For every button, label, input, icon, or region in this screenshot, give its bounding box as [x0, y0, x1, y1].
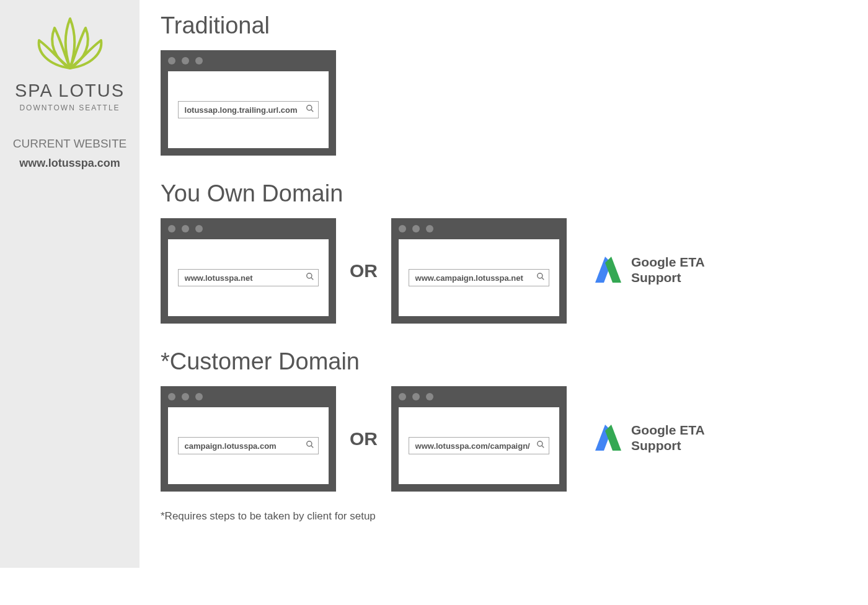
window-dot-icon — [182, 225, 189, 232]
browser-mock-customer-1: campaign.lotusspa.com — [161, 386, 336, 492]
section-traditional: Traditional lotussap.long.trailing.url.c… — [161, 12, 806, 156]
footnote: *Requires steps to be taken by client fo… — [161, 510, 806, 523]
current-website-label: CURRENT WEBSITE — [0, 137, 140, 151]
section-own-domain: You Own Domain www.lotusspa.net — [161, 180, 806, 324]
window-dot-icon — [168, 225, 175, 232]
window-dot-icon — [195, 57, 203, 64]
window-dot-icon — [412, 225, 420, 232]
section-title-traditional: Traditional — [161, 12, 806, 39]
window-dot-icon — [195, 225, 203, 232]
main-content: Traditional lotussap.long.trailing.url.c… — [140, 0, 806, 568]
window-dot-icon — [412, 393, 420, 400]
browser-titlebar — [161, 50, 336, 71]
section-customer-domain: *Customer Domain campaign.lotusspa.com — [161, 348, 806, 523]
window-dot-icon — [182, 57, 189, 64]
or-separator: OR — [350, 260, 378, 281]
adwords-logo-icon — [593, 422, 624, 456]
window-dot-icon — [426, 393, 433, 400]
eta-label: Google ETA Support — [631, 422, 705, 453]
svg-line-3 — [311, 278, 314, 280]
eta-label: Google ETA Support — [631, 254, 705, 285]
browser-viewport: lotussap.long.trailing.url.com — [168, 71, 329, 148]
browser-titlebar — [161, 386, 336, 407]
browser-viewport: www.campaign.lotusspa.net — [399, 239, 559, 316]
section-title-own-domain: You Own Domain — [161, 180, 806, 207]
section-title-customer-domain: *Customer Domain — [161, 348, 806, 375]
eta-line1: Google ETA — [631, 423, 705, 437]
lotus-logo-icon — [0, 12, 140, 77]
search-icon — [306, 272, 314, 283]
brand-subtitle: DOWNTOWN SEATTLE — [0, 104, 140, 112]
window-dot-icon — [182, 393, 189, 400]
window-dot-icon — [399, 393, 406, 400]
search-icon — [536, 272, 545, 283]
browser-viewport: campaign.lotusspa.com — [168, 407, 329, 484]
browser-mock-traditional: lotussap.long.trailing.url.com — [161, 50, 336, 156]
address-bar: www.campaign.lotusspa.net — [409, 269, 550, 286]
svg-line-1 — [311, 110, 314, 112]
svg-point-2 — [307, 273, 312, 278]
svg-line-7 — [311, 446, 314, 448]
google-eta-badge: Google ETA Support — [593, 422, 705, 456]
address-bar: campaign.lotusspa.com — [178, 437, 319, 454]
search-icon — [306, 440, 314, 451]
eta-line1: Google ETA — [631, 255, 705, 269]
address-text: www.lotusspa.com/campaign/ — [415, 441, 530, 451]
address-text: www.campaign.lotusspa.net — [415, 273, 523, 283]
window-dot-icon — [195, 393, 203, 400]
address-bar: www.lotusspa.com/campaign/ — [409, 437, 550, 454]
svg-line-9 — [542, 446, 544, 448]
browser-titlebar — [161, 218, 336, 239]
svg-line-5 — [542, 278, 544, 280]
svg-point-8 — [538, 441, 542, 446]
svg-point-6 — [307, 441, 312, 446]
address-bar: www.lotusspa.net — [178, 269, 319, 286]
browser-mock-customer-2: www.lotusspa.com/campaign/ — [391, 386, 567, 492]
browser-mock-own-1: www.lotusspa.net — [161, 218, 336, 324]
window-dot-icon — [168, 57, 175, 64]
address-text: campaign.lotusspa.com — [185, 441, 277, 451]
browser-titlebar — [391, 386, 567, 407]
adwords-logo-icon — [593, 254, 624, 288]
browser-viewport: www.lotusspa.com/campaign/ — [399, 407, 559, 484]
eta-line2: Support — [631, 438, 681, 453]
svg-point-0 — [307, 105, 312, 110]
search-icon — [536, 440, 545, 451]
browser-mock-own-2: www.campaign.lotusspa.net — [391, 218, 567, 324]
window-dot-icon — [168, 393, 175, 400]
eta-line2: Support — [631, 270, 681, 285]
address-bar: lotussap.long.trailing.url.com — [178, 101, 319, 118]
brand-name: SPA LOTUS — [0, 81, 140, 101]
address-text: www.lotusspa.net — [185, 273, 253, 283]
browser-viewport: www.lotusspa.net — [168, 239, 329, 316]
window-dot-icon — [426, 225, 433, 232]
window-dot-icon — [399, 225, 406, 232]
current-website-url: www.lotusspa.com — [0, 157, 140, 170]
sidebar: SPA LOTUS DOWNTOWN SEATTLE CURRENT WEBSI… — [0, 0, 140, 568]
address-text: lotussap.long.trailing.url.com — [185, 105, 298, 115]
google-eta-badge: Google ETA Support — [593, 254, 705, 288]
or-separator: OR — [350, 428, 378, 449]
browser-titlebar — [391, 218, 567, 239]
search-icon — [306, 104, 314, 115]
svg-point-4 — [538, 273, 542, 278]
